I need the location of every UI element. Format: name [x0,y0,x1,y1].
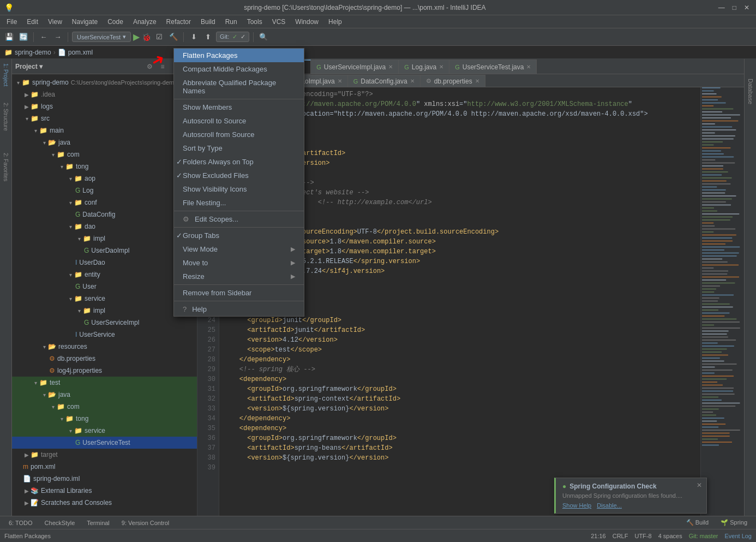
menu-vcs[interactable]: VCS [268,17,290,27]
debug-button[interactable]: 🐞 [142,33,151,41]
tree-log4j-props[interactable]: ⚙ log4j.properties [12,365,197,377]
tab-dbprops[interactable]: ⚙ db.properties ✕ [421,75,485,87]
ctx-view-mode[interactable]: View Mode ▶ [174,242,304,256]
ctx-help[interactable]: ? Help [174,302,304,316]
status-indent[interactable]: 4 spaces [658,533,682,539]
tree-external-libs[interactable]: ▶ 📚 External Libraries [12,485,197,497]
userserviceimpl-tab-close[interactable]: ✕ [388,64,393,70]
ctx-show-members[interactable]: Show Members [174,100,304,114]
menu-help[interactable]: Help [324,17,346,27]
ctx-edit-scopes[interactable]: ⚙ Edit Scopes... [174,212,304,226]
tree-com[interactable]: ▾ 📁 com [12,148,197,160]
menu-navigate[interactable]: Navigate [68,17,102,27]
tree-impl-svc[interactable]: ▾ 📁 impl [12,305,197,317]
tree-dataconfig[interactable]: G DataConfig [12,209,197,221]
tree-com-test[interactable]: ▾ 📁 com [12,401,197,413]
menu-view[interactable]: View [44,17,67,27]
ctx-group-tabs[interactable]: Group Tabs [174,229,304,242]
menu-analyze[interactable]: Analyze [129,17,161,27]
toolbar-git-push-btn[interactable]: ⬆ [202,31,214,43]
ctx-visibility[interactable]: Show Visibility Icons [174,182,304,196]
tree-iml[interactable]: 📄 spring-demo.iml [12,473,197,485]
menu-refactor[interactable]: Refactor [162,17,195,27]
tab-log[interactable]: G Log.java ✕ [399,59,449,74]
tree-idea[interactable]: ▶ 📁 .idea [12,88,197,100]
status-event-log[interactable]: Event Log [724,533,752,539]
bottom-tab-vcs[interactable]: 9: Version Control [116,519,175,527]
tree-main[interactable]: ▾ 📁 main [12,124,197,136]
git-badge[interactable]: Git: ✓ ✓ [216,32,249,42]
tree-log[interactable]: G Log [12,184,197,196]
tree-userserviceimpl[interactable]: G UserServiceImpl [12,317,197,329]
menu-window[interactable]: Window [291,17,323,27]
run-config-selector[interactable]: UserServiceTest ▾ [72,32,131,42]
ctx-compact-packages[interactable]: Compact Middle Packages [174,62,304,76]
notif-disable-link[interactable]: Disable... [597,502,622,509]
tree-pom[interactable]: m pom.xml [12,461,197,473]
tree-scratches[interactable]: ▶ 📝 Scratches and Consoles [12,497,197,509]
tree-aop[interactable]: ▾ 📁 aop [12,172,197,184]
toolbar-coverage-btn[interactable]: ☑ [153,31,165,43]
menu-file[interactable]: File [2,17,21,27]
toolbar-build-btn[interactable]: 🔨 [167,31,179,43]
menu-code[interactable]: Code [103,17,128,27]
bottom-tab-terminal[interactable]: Terminal [81,519,115,527]
tab-userservicetest[interactable]: G UserServiceTest.java ✕ [449,59,537,74]
tree-tong[interactable]: ▾ 📁 tong [12,160,197,172]
status-crlf[interactable]: CRLF [613,533,628,539]
tree-target[interactable]: ▶ 📁 target [12,449,197,461]
userdaoimpl-tab-close[interactable]: ✕ [338,78,342,84]
tree-entity[interactable]: ▾ 📁 entity [12,269,197,281]
tree-userservicetest[interactable]: G UserServiceTest [12,437,197,449]
minimize-btn[interactable]: — [716,4,727,11]
bottom-tab-checkstyle[interactable]: CheckStyle [39,519,81,527]
project-panel-toggle[interactable]: 1: Project [1,61,11,88]
tree-src[interactable]: ▾ 📁 src [12,112,197,124]
menu-build[interactable]: Build [196,17,220,27]
notif-close-btn[interactable]: ✕ [697,481,702,489]
ctx-resize[interactable]: Resize ▶ [174,270,304,283]
toolbar-back-btn[interactable]: ← [38,31,50,43]
ctx-remove-sidebar[interactable]: Remove from Sidebar [174,286,304,300]
toolbar-git-update-btn[interactable]: ⬇ [188,31,200,43]
tree-userservice[interactable]: I UserService [12,329,197,341]
menu-tools[interactable]: Tools [243,17,267,27]
run-button[interactable]: ▶ [133,32,140,42]
bottom-tab-spring[interactable]: 🌱 Spring [715,518,753,527]
favorites-toggle[interactable]: 2: Favorites [1,151,11,183]
tree-logs[interactable]: ▶ 📁 logs [12,100,197,112]
tree-dao[interactable]: ▾ 📁 dao [12,221,197,233]
breadcrumb-file[interactable]: pom.xml [68,49,93,56]
status-encoding[interactable]: UTF-8 [634,533,651,539]
tree-java-src[interactable]: ▾ 📂 java [12,136,197,148]
dbprops-tab-close[interactable]: ✕ [475,78,479,84]
status-line[interactable]: 21:16 [591,533,606,539]
tree-impl-dao[interactable]: ▾ 📁 impl [12,233,197,245]
structure-toggle[interactable]: 2: Structure [1,100,11,133]
toolbar-save-btn[interactable]: 💾 [3,31,15,43]
ctx-move-to[interactable]: Move to ▶ [174,256,304,270]
userservicetest-tab-close[interactable]: ✕ [526,64,531,70]
notif-showhelp-link[interactable]: Show Help [562,502,591,509]
tree-service-test[interactable]: ▾ 📁 service [12,425,197,437]
tab-userserviceimpl[interactable]: G UserServiceImpl.java ✕ [311,59,399,74]
ctx-sort-type[interactable]: Sort by Type [174,141,304,155]
tree-test[interactable]: ▾ 📁 test [12,377,197,389]
database-panel-toggle[interactable]: Database [746,75,755,108]
tree-user[interactable]: G User [12,281,197,293]
tree-resources[interactable]: ▾ 📂 resources [12,341,197,353]
tree-db-props[interactable]: ⚙ db.properties [12,353,197,365]
maximize-btn[interactable]: □ [730,4,739,11]
ctx-autoscroll-from[interactable]: Autoscroll from Source [174,128,304,141]
breadcrumb-project[interactable]: spring-demo [15,49,51,56]
ctx-folders-top[interactable]: Folders Always on Top [174,155,304,169]
toolbar-sync-btn[interactable]: 🔄 [17,31,29,43]
ctx-abbreviate[interactable]: Abbreviate Qualified Package Names [174,76,304,98]
tree-service[interactable]: ▾ 📁 service [12,293,197,305]
status-branch[interactable]: Git: master [689,533,718,539]
tree-userdaoimpl[interactable]: G UserDaoImpl [12,245,197,257]
bottom-tab-todo[interactable]: 6: TODO [3,519,38,527]
close-btn[interactable]: ✕ [742,4,752,11]
tree-conf[interactable]: ▾ 📁 conf [12,196,197,209]
tree-root[interactable]: ▾ 📁 spring-demo C:\Users\tong\IdeaProjec… [12,76,197,88]
